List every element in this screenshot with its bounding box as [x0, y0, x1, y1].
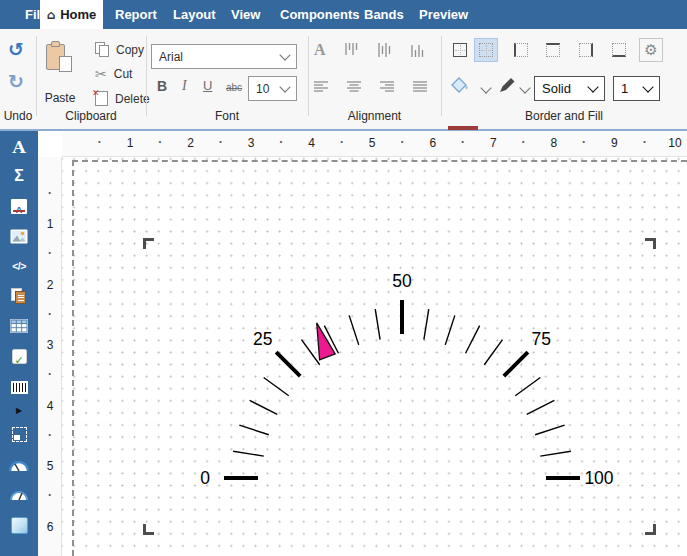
tab-report[interactable]: Report — [115, 0, 157, 29]
tab-home[interactable]: ⌂ Home — [40, 0, 103, 29]
line-style-select[interactable]: Solid — [534, 76, 605, 101]
fill-color-icon[interactable] — [448, 76, 470, 94]
tool-html[interactable]: </> — [0, 255, 38, 277]
line-color-dropdown[interactable] — [519, 82, 530, 93]
group-label-border-fill: Border and Fill — [441, 109, 687, 123]
ruler-dot: · — [579, 135, 589, 149]
align-top-icon[interactable] — [344, 41, 360, 59]
italic-button[interactable]: I — [182, 78, 187, 94]
redo-icon[interactable]: ↻ — [8, 72, 24, 91]
underline-button[interactable]: U — [203, 78, 212, 93]
tool-rich-text[interactable]: A — [0, 195, 38, 217]
border-bottom-button[interactable] — [607, 38, 631, 62]
ruler-number: 4 — [301, 136, 323, 150]
gauge-minor-tick — [527, 400, 555, 414]
border-none-button[interactable] — [474, 38, 498, 62]
table-icon — [10, 319, 28, 333]
checkbox-icon: ✓ — [12, 349, 27, 364]
tool-more[interactable]: ▶ — [0, 403, 38, 417]
group-label-undo: Undo — [0, 109, 36, 123]
design-surface[interactable]: 0255075100 — [62, 157, 687, 556]
align-left-icon[interactable] — [312, 80, 330, 94]
ruler-dot: · — [337, 135, 347, 149]
ruler-number: 2 — [39, 278, 61, 292]
fill-color-dropdown[interactable] — [480, 82, 491, 93]
text-style-button[interactable]: A — [314, 41, 326, 59]
gauge-minor-tick — [250, 400, 278, 414]
tool-gauge[interactable] — [0, 453, 38, 477]
align-justify-icon[interactable] — [411, 80, 429, 94]
group-label-clipboard: Clipboard — [36, 109, 146, 123]
copy-button[interactable]: Copy — [95, 42, 144, 57]
tool-checkbox[interactable]: ✓ — [0, 345, 38, 367]
selection-corner-bottom-right[interactable] — [645, 524, 656, 535]
gauge-minor-tick — [424, 309, 429, 340]
tab-bands[interactable]: Bands — [364, 0, 404, 29]
gauge-minor-tick — [349, 315, 359, 344]
copy-icon — [95, 42, 109, 57]
ruler-number: 9 — [603, 136, 625, 150]
line-width-select[interactable]: 1 — [613, 76, 660, 101]
subreport-icon — [12, 427, 27, 442]
gauge-component[interactable]: 0255075100 — [62, 157, 687, 556]
tool-barcode[interactable] — [0, 377, 38, 397]
align-middle-icon[interactable] — [377, 41, 393, 59]
font-family-select[interactable]: Arial — [151, 44, 297, 69]
gauge-major-tick — [276, 352, 300, 376]
tool-subreport[interactable] — [0, 423, 38, 445]
ruler-number: 3 — [39, 338, 61, 352]
ruler-corner — [38, 131, 62, 157]
delete-button[interactable]: ✕ Delete — [95, 91, 150, 106]
border-top-button[interactable] — [541, 38, 565, 62]
ruler-number: 8 — [543, 136, 565, 150]
ruler-dot: · — [276, 135, 286, 149]
border-all-button[interactable] — [448, 38, 472, 62]
ruler-number: 1 — [119, 136, 141, 150]
gauge-minor-tick — [535, 425, 564, 435]
group-separator — [308, 36, 309, 116]
align-right-icon[interactable] — [378, 80, 396, 94]
bold-button[interactable]: B — [157, 78, 167, 94]
border-settings-button[interactable]: ⚙ — [639, 38, 663, 62]
tool-shape[interactable] — [0, 513, 38, 537]
tool-table[interactable] — [0, 315, 38, 337]
ruler-number: 5 — [361, 136, 383, 150]
tab-preview[interactable]: Preview — [419, 0, 468, 29]
font-size-select[interactable]: 10 — [248, 76, 297, 101]
tool-copy-content[interactable] — [0, 285, 38, 307]
more-arrow-icon: ▶ — [16, 406, 22, 415]
align-bottom-icon[interactable] — [410, 41, 426, 59]
cut-button[interactable]: ✂ Cut — [95, 67, 132, 81]
ruler-dot: · — [95, 135, 105, 149]
ruler-number: 5 — [39, 459, 61, 473]
chevron-down-icon — [642, 81, 653, 92]
border-left-button[interactable] — [509, 38, 533, 62]
tool-picture[interactable] — [0, 225, 38, 247]
border-right-button[interactable] — [574, 38, 598, 62]
gauge-minor-tick — [484, 340, 502, 365]
tab-view[interactable]: View — [231, 0, 260, 29]
ruler-number: 7 — [482, 136, 504, 150]
tab-components[interactable]: Components — [280, 0, 359, 29]
gauge-icon — [8, 457, 30, 473]
tool-simple-gauge[interactable] — [0, 483, 38, 507]
gauge-scale-label: 0 — [200, 468, 210, 488]
selection-corner-top-right[interactable] — [645, 238, 656, 249]
group-separator — [36, 36, 37, 116]
tool-formula[interactable]: Σ — [0, 165, 38, 187]
gauge-scale-label: 75 — [532, 329, 551, 349]
selection-corner-top-left[interactable] — [143, 238, 154, 249]
ruler-dot: · — [45, 428, 55, 442]
line-color-icon[interactable] — [498, 77, 516, 94]
paste-icon — [46, 42, 72, 72]
selection-corner-bottom-left[interactable] — [143, 524, 154, 535]
tool-text[interactable]: A — [0, 136, 38, 158]
formula-icon: Σ — [14, 167, 24, 185]
undo-icon[interactable]: ↺ — [8, 40, 24, 59]
gauge-minor-tick — [540, 451, 571, 456]
strikethrough-button[interactable]: abc — [226, 82, 242, 93]
align-center-icon[interactable] — [345, 80, 363, 94]
tab-layout[interactable]: Layout — [173, 0, 216, 29]
ruler-dot: · — [45, 367, 55, 381]
ruler-dot: · — [155, 135, 165, 149]
